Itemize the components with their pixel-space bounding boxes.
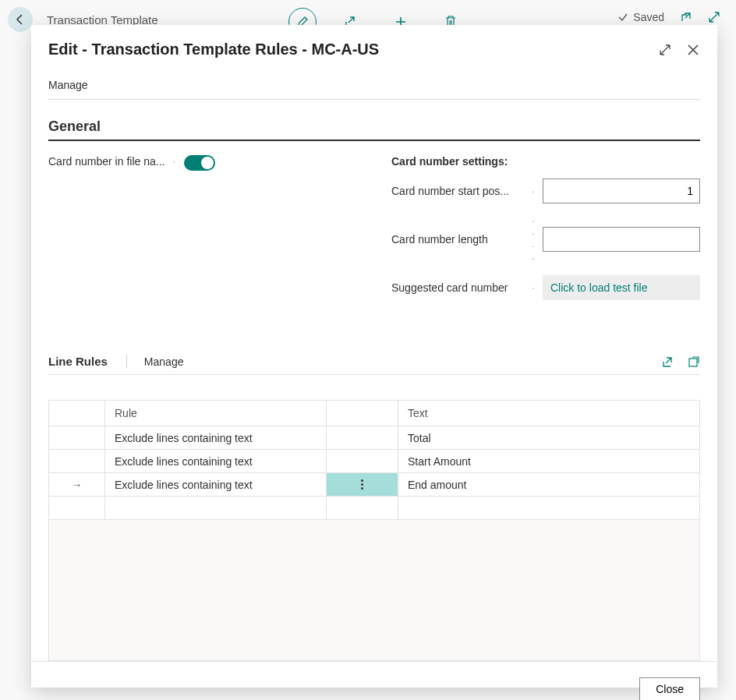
table-row-empty[interactable] [49, 497, 699, 520]
more-icon[interactable] [361, 479, 363, 490]
linerules-table: Rule Text Exclude lines containing textT… [48, 400, 700, 661]
close-icon[interactable] [686, 43, 700, 57]
section-general-title: General [48, 118, 700, 141]
linerules-title: Line Rules [48, 355, 127, 368]
modal-title: Edit - Transaction Template Rules - MC-A… [48, 41, 379, 58]
row-actions[interactable] [327, 473, 398, 496]
start-pos-label: Card number start pos... [391, 185, 532, 197]
cell-rule[interactable]: Exclude lines containing text [105, 426, 327, 449]
dots: · [172, 155, 176, 168]
cell-text[interactable]: Total [398, 426, 699, 449]
maximize-icon[interactable] [658, 43, 672, 57]
card-in-file-toggle[interactable] [184, 155, 215, 171]
table-row[interactable]: Exclude lines containing textTotal [49, 426, 699, 450]
expand-icon[interactable] [708, 11, 720, 23]
cell-text[interactable]: Start Amount [398, 450, 699, 472]
row-actions [327, 450, 398, 472]
breadcrumb: Transaction Template [47, 13, 158, 27]
col-text[interactable]: Text [398, 401, 699, 426]
cell-rule[interactable]: Exclude lines containing text [105, 450, 327, 472]
col-rule[interactable]: Rule [105, 401, 327, 426]
start-pos-input[interactable] [543, 179, 700, 203]
cell-rule[interactable]: Exclude lines containing text [105, 473, 327, 496]
table-header: Rule Text [49, 400, 699, 426]
saved-label: Saved [633, 11, 664, 23]
card-settings-head: Card number settings: [391, 155, 700, 168]
manage-action[interactable]: Manage [48, 69, 700, 100]
check-icon [617, 12, 628, 23]
row-actions [327, 426, 398, 449]
modal: Edit - Transaction Template Rules - MC-A… [31, 25, 717, 688]
back-button[interactable] [8, 7, 33, 32]
bg-right: Saved [617, 11, 720, 23]
popout-icon[interactable] [688, 355, 700, 368]
table-row[interactable]: Exclude lines containing textStart Amoun… [49, 450, 699, 473]
length-input[interactable] [543, 227, 700, 252]
card-in-file-label: Card number in file na... [48, 155, 165, 168]
sugg-label: Suggested card number [391, 281, 532, 294]
cell-text[interactable]: End amount [398, 473, 699, 496]
svg-rect-0 [689, 359, 697, 366]
table-row[interactable]: →Exclude lines containing textEnd amount [49, 473, 699, 497]
share-icon[interactable] [661, 355, 674, 368]
linerules-manage[interactable]: Manage [127, 355, 184, 368]
length-label: Card number length [391, 233, 532, 246]
popout-icon[interactable] [680, 11, 692, 23]
close-button[interactable]: Close [639, 677, 700, 700]
arrow-left-icon [14, 13, 27, 26]
suggested-card-link[interactable]: Click to load test file [543, 275, 700, 300]
arrow-right-icon: → [72, 479, 83, 491]
saved-indicator: Saved [617, 11, 664, 23]
